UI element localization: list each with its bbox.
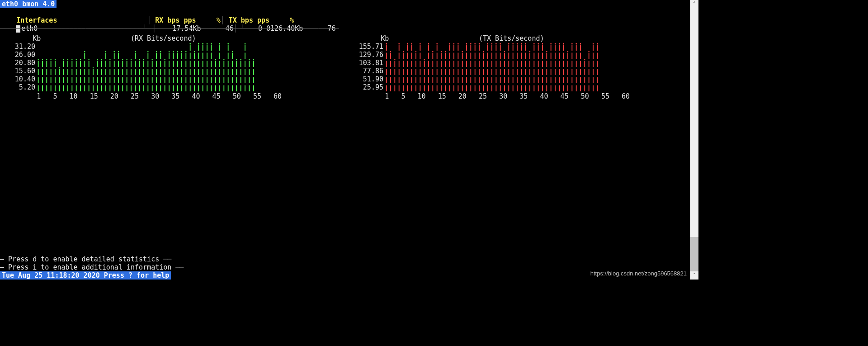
svg-point-319 xyxy=(403,51,404,52)
svg-point-288 xyxy=(253,59,254,60)
svg-point-619 xyxy=(593,43,594,44)
svg-point-19 xyxy=(50,59,51,60)
svg-point-28 xyxy=(59,67,60,68)
rx-bars xyxy=(36,43,289,91)
svg-point-574 xyxy=(563,43,564,44)
svg-point-217 xyxy=(202,43,203,44)
svg-point-14 xyxy=(46,59,47,60)
svg-point-231 xyxy=(211,43,212,44)
svg-point-127 xyxy=(139,59,140,60)
svg-point-383 xyxy=(445,51,446,52)
svg-point-346 xyxy=(420,43,420,44)
svg-point-397 xyxy=(453,43,454,44)
svg-point-626 xyxy=(597,43,598,44)
svg-point-560 xyxy=(555,43,556,44)
svg-point-132 xyxy=(143,59,144,60)
rx-x-axis: 1 5 10 15 20 25 30 35 40 45 50 55 60 xyxy=(0,92,282,100)
rx-y-axis: 31.20 26.00 20.80 15.60 10.40 5.20 xyxy=(0,43,35,91)
svg-point-458 xyxy=(491,43,492,44)
svg-point-255 xyxy=(227,43,228,44)
tx-bars xyxy=(384,43,637,91)
svg-point-84 xyxy=(105,51,106,52)
svg-point-224 xyxy=(207,43,208,44)
svg-point-89 xyxy=(109,59,110,60)
svg-point-431 xyxy=(474,43,475,44)
svg-point-203 xyxy=(194,51,195,52)
status-bar: Tue Aug 25 11:18:20 2020 Press ? for hel… xyxy=(0,271,171,280)
svg-point-261 xyxy=(232,51,233,52)
rx-chart: Kb (RX Bits/second) 31.20 26.00 20.80 15… xyxy=(0,34,348,98)
svg-point-43 xyxy=(71,59,72,60)
svg-point-587 xyxy=(571,43,572,44)
svg-point-513 xyxy=(525,43,526,44)
svg-point-404 xyxy=(458,43,458,44)
svg-point-243 xyxy=(219,43,220,44)
svg-point-59 xyxy=(84,51,85,52)
terminal-screen[interactable]: eth0 bmon 4.0 Interfaces │ RX bps pps %│… xyxy=(0,0,698,280)
footer-hints: — Press d to enable detailed statistics … xyxy=(0,255,184,271)
svg-point-333 xyxy=(411,43,412,44)
column-headers: Interfaces │ RX bps pps %│ TX bps pps % xyxy=(0,8,698,16)
scroll-down-arrow[interactable]: ˅ xyxy=(690,271,698,280)
svg-point-606 xyxy=(584,59,585,60)
svg-point-95 xyxy=(113,51,114,52)
svg-point-546 xyxy=(546,51,547,52)
svg-point-210 xyxy=(198,43,199,44)
tree-divider: ───────────────────────────────────┴────… xyxy=(0,24,698,33)
svg-point-364 xyxy=(432,51,433,52)
svg-point-424 xyxy=(470,43,471,44)
svg-point-122 xyxy=(135,51,136,52)
svg-point-178 xyxy=(177,51,178,52)
svg-point-438 xyxy=(479,43,480,44)
tx-y-axis: 155.71 129.76 103.81 77.86 51.90 25.95 xyxy=(348,43,383,91)
svg-point-594 xyxy=(576,43,576,44)
svg-point-9 xyxy=(42,59,43,60)
tx-x-axis: 1 5 10 15 20 25 30 35 40 45 50 55 60 xyxy=(348,92,630,100)
svg-point-160 xyxy=(164,59,165,60)
tx-chart: Kb (TX Bits/second) 155.71 129.76 103.81… xyxy=(348,34,696,98)
window-title: eth0 bmon 4.0 xyxy=(0,0,57,8)
svg-point-451 xyxy=(487,43,488,44)
svg-point-166 xyxy=(169,51,170,52)
svg-point-492 xyxy=(512,43,513,44)
svg-point-326 xyxy=(407,43,408,44)
watermark-url: https://blog.csdn.net/zong596568821 xyxy=(590,270,687,278)
svg-point-390 xyxy=(449,43,450,44)
svg-point-266 xyxy=(236,59,237,60)
svg-point-506 xyxy=(521,43,522,44)
svg-point-190 xyxy=(185,51,186,52)
svg-point-567 xyxy=(559,43,560,44)
svg-point-313 xyxy=(398,43,399,44)
svg-point-540 xyxy=(542,43,543,44)
svg-point-143 xyxy=(151,59,152,60)
svg-point-351 xyxy=(424,59,425,60)
vertical-scrollbar[interactable]: ˄ ˅ xyxy=(690,0,698,280)
svg-point-444 xyxy=(483,51,484,52)
svg-point-64 xyxy=(88,59,89,60)
svg-point-38 xyxy=(67,59,68,60)
svg-point-184 xyxy=(181,51,182,52)
svg-point-101 xyxy=(118,51,119,52)
svg-point-155 xyxy=(160,51,161,52)
svg-point-271 xyxy=(240,59,241,60)
svg-point-283 xyxy=(249,59,250,60)
svg-point-410 xyxy=(462,51,462,52)
svg-point-73 xyxy=(97,59,98,60)
svg-point-553 xyxy=(550,43,551,44)
svg-point-306 xyxy=(394,59,395,60)
svg-point-53 xyxy=(80,59,81,60)
svg-point-248 xyxy=(223,59,224,60)
svg-point-339 xyxy=(415,51,416,52)
svg-point-601 xyxy=(580,43,581,44)
svg-point-358 xyxy=(428,43,429,44)
svg-point-295 xyxy=(386,43,387,44)
scroll-thumb[interactable] xyxy=(690,237,698,271)
svg-point-580 xyxy=(567,51,568,52)
svg-point-149 xyxy=(156,51,157,52)
svg-point-371 xyxy=(436,43,437,44)
svg-point-116 xyxy=(131,59,132,60)
scroll-up-arrow[interactable]: ˄ xyxy=(690,0,698,8)
svg-point-472 xyxy=(500,43,500,44)
svg-point-478 xyxy=(504,51,505,52)
svg-point-278 xyxy=(245,43,245,44)
